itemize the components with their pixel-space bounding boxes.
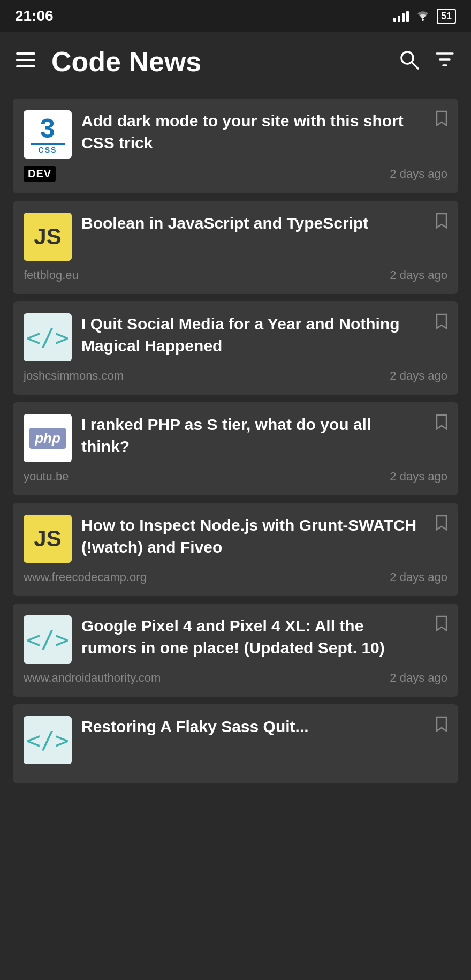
news-card[interactable]: JS How to Inspect Node.js with Grunt-SWA… — [13, 503, 458, 596]
wifi-icon — [415, 8, 430, 25]
news-list: 3 CSS Add dark mode to your site with th… — [0, 91, 471, 791]
article-title: Add dark mode to your site with this sho… — [81, 110, 421, 154]
status-icons: 51 — [393, 8, 456, 25]
article-icon: 3 CSS — [24, 110, 72, 159]
signal-icon — [393, 10, 409, 22]
article-icon: </> — [24, 716, 72, 764]
filter-icon[interactable] — [435, 49, 455, 74]
news-card[interactable]: php I ranked PHP as S tier, what do you … — [13, 402, 458, 495]
article-time: 2 days ago — [390, 369, 447, 383]
card-bottom: fettblog.eu 2 days ago — [24, 268, 447, 282]
search-icon[interactable] — [398, 49, 420, 75]
article-title: I Quit Social Media for a Year and Nothi… — [81, 313, 421, 357]
battery-icon: 51 — [437, 9, 456, 24]
svg-line-5 — [412, 62, 418, 69]
card-bottom: DEV 2 days ago — [24, 166, 447, 182]
article-source: youtu.be — [24, 470, 69, 484]
card-top: </> I Quit Social Media for a Year and N… — [24, 313, 447, 361]
article-title: How to Inspect Node.js with Grunt-SWATCH… — [81, 515, 421, 558]
article-source: www.freecodecamp.org — [24, 570, 147, 584]
bookmark-icon[interactable] — [436, 414, 447, 434]
app-bar: Code News — [0, 32, 471, 91]
card-top: 3 CSS Add dark mode to your site with th… — [24, 110, 447, 159]
article-time: 2 days ago — [390, 671, 447, 685]
article-time: 2 days ago — [390, 167, 447, 181]
article-icon: </> — [24, 615, 72, 664]
app-bar-actions — [398, 49, 455, 75]
bookmark-icon[interactable] — [436, 515, 447, 534]
article-source: joshcsimmons.com — [24, 369, 124, 383]
card-top: JS Boolean in JavaScript and TypeScript — [24, 213, 447, 261]
bookmark-icon[interactable] — [436, 213, 447, 232]
news-card[interactable]: 3 CSS Add dark mode to your site with th… — [13, 99, 458, 193]
hamburger-icon[interactable] — [16, 52, 35, 72]
article-icon: JS — [24, 213, 72, 261]
card-bottom: youtu.be 2 days ago — [24, 470, 447, 484]
card-top: php I ranked PHP as S tier, what do you … — [24, 414, 447, 462]
card-top: JS How to Inspect Node.js with Grunt-SWA… — [24, 515, 447, 563]
article-time: 2 days ago — [390, 268, 447, 282]
article-source: DEV — [24, 166, 56, 182]
news-card[interactable]: </> Restoring A Flaky Sass Quit... — [13, 704, 458, 783]
news-card[interactable]: </> I Quit Social Media for a Year and N… — [13, 301, 458, 395]
svg-rect-3 — [16, 65, 35, 67]
news-card[interactable]: </> Google Pixel 4 and Pixel 4 XL: All t… — [13, 604, 458, 697]
article-time: 2 days ago — [390, 570, 447, 584]
article-icon: JS — [24, 515, 72, 563]
svg-rect-1 — [16, 52, 35, 55]
svg-rect-2 — [16, 59, 35, 61]
article-source: fettblog.eu — [24, 268, 79, 282]
card-top: </> Google Pixel 4 and Pixel 4 XL: All t… — [24, 615, 447, 664]
bookmark-icon[interactable] — [436, 615, 447, 635]
status-time: 21:06 — [15, 7, 54, 25]
bookmark-icon[interactable] — [436, 716, 447, 736]
article-icon: php — [24, 414, 72, 462]
article-title: Google Pixel 4 and Pixel 4 XL: All the r… — [81, 615, 421, 659]
card-bottom: www.androidauthority.com 2 days ago — [24, 671, 447, 685]
card-top: </> Restoring A Flaky Sass Quit... — [24, 716, 447, 764]
article-title: Boolean in JavaScript and TypeScript — [81, 213, 421, 235]
bookmark-icon[interactable] — [436, 110, 447, 130]
article-title: I ranked PHP as S tier, what do you all … — [81, 414, 421, 457]
status-bar: 21:06 51 — [0, 0, 471, 32]
article-source: www.androidauthority.com — [24, 671, 161, 685]
news-card[interactable]: JS Boolean in JavaScript and TypeScript … — [13, 201, 458, 294]
bookmark-icon[interactable] — [436, 313, 447, 333]
card-bottom: joshcsimmons.com 2 days ago — [24, 369, 447, 383]
app-title: Code News — [51, 46, 398, 78]
article-icon: </> — [24, 313, 72, 361]
svg-point-0 — [422, 19, 424, 21]
card-bottom: www.freecodecamp.org 2 days ago — [24, 570, 447, 584]
article-title: Restoring A Flaky Sass Quit... — [81, 716, 421, 738]
article-time: 2 days ago — [390, 470, 447, 484]
